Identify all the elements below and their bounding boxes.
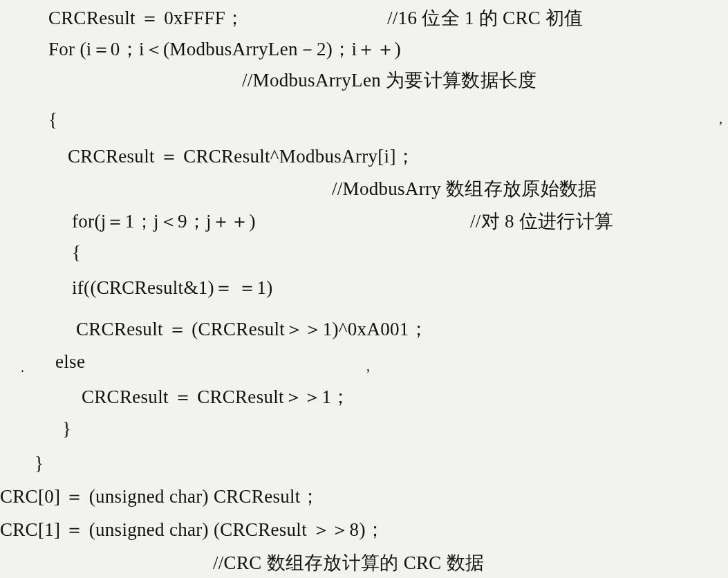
code-line: { (72, 242, 81, 263)
code-comment: //CRC 数组存放计算的 CRC 数据 (213, 550, 484, 575)
code-line: CRC[0] ＝ (unsigned char) CRCResult； (0, 484, 319, 509)
code-line: for(j＝1；j＜9；j＋＋) (72, 209, 256, 234)
print-artifact: . (21, 360, 24, 375)
code-comment: //对 8 位进行计算 (470, 209, 613, 234)
code-comment: //ModbusArry 数组存放原始数据 (332, 176, 597, 201)
code-line: if((CRCResult&1)＝ ＝1) (72, 275, 273, 300)
code-comment: //16 位全 1 的 CRC 初值 (387, 6, 584, 30)
code-line: CRC[1] ＝ (unsigned char) (CRCResult ＞＞8)… (0, 517, 384, 542)
code-line: For (i＝0；i＜(ModbusArryLen－2)；i＋＋) (48, 37, 401, 62)
code-comment: //ModbusArryLen 为要计算数据长度 (242, 68, 536, 93)
code-line: CRCResult ＝ (CRCResult＞＞1)^0xA001； (76, 317, 428, 342)
scanned-code-page: CRCResult ＝ 0xFFFF； //16 位全 1 的 CRC 初值 F… (0, 0, 728, 578)
code-line: else (55, 351, 85, 373)
code-line: } (35, 453, 44, 474)
code-line: CRCResult ＝ CRCResult＞＞1； (82, 384, 351, 409)
code-line: CRCResult ＝ 0xFFFF； (48, 6, 244, 30)
code-line: } (62, 418, 71, 440)
code-line: CRCResult ＝ CRCResult^ModbusArry[i]； (68, 144, 415, 169)
print-artifact: , (719, 111, 722, 127)
print-artifact: , (366, 358, 370, 374)
code-line: { (48, 109, 57, 131)
